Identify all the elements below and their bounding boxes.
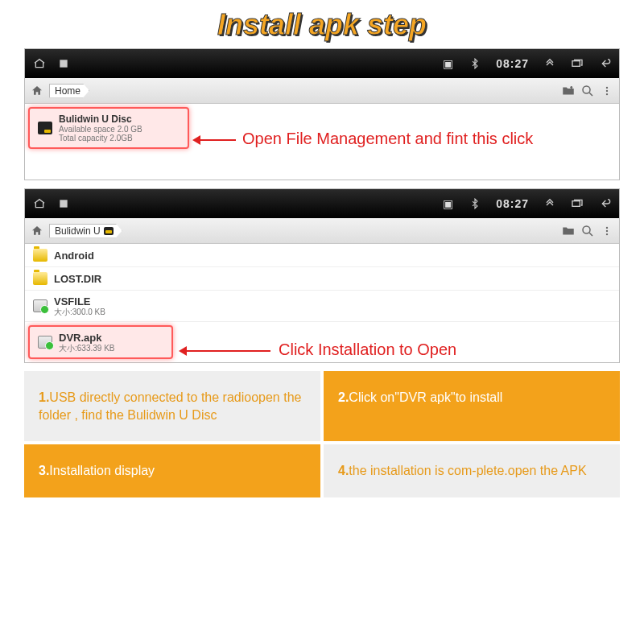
breadcrumb[interactable]: Home <box>49 84 89 98</box>
apk-icon <box>38 336 52 349</box>
overflow-icon[interactable] <box>600 224 614 238</box>
overflow-icon[interactable] <box>600 84 614 98</box>
storage-name: Bulidwin U Disc <box>59 114 142 125</box>
step-num: 2. <box>338 390 349 404</box>
file-size: 大小:300.0 KB <box>54 308 105 316</box>
file-dvr-apk[interactable]: DVR.apk 大小:633.39 KB <box>28 325 173 359</box>
svg-point-2 <box>583 86 590 93</box>
file-name: DVR.apk <box>59 332 114 344</box>
page-title: Install apk step <box>24 8 620 42</box>
chevron-up-icon[interactable] <box>543 57 556 70</box>
breadcrumb-label: Bulidwin U <box>55 225 101 237</box>
recent-apps-icon[interactable] <box>571 197 584 210</box>
search-icon[interactable] <box>580 84 595 98</box>
sdcard-icon <box>38 122 52 134</box>
step-4: 4.the installation is com-plete.open the… <box>324 444 620 497</box>
step-num: 3. <box>39 464 49 477</box>
toolbar: Home <box>25 78 619 104</box>
home-icon[interactable] <box>30 84 44 98</box>
breadcrumb[interactable]: Bulidwin U <box>49 224 122 238</box>
svg-rect-6 <box>60 200 67 207</box>
storage-capacity: Total capacity 2.0GB <box>59 134 142 142</box>
toolbar: Bulidwin U <box>25 218 619 244</box>
steps-grid: 1.USB directly connected to the radioope… <box>24 371 620 497</box>
svg-rect-7 <box>572 201 580 207</box>
svg-rect-0 <box>60 60 67 67</box>
status-bar: ▣ 08:27 <box>25 189 619 218</box>
annotation-click-install: Click Installation to Open <box>279 341 456 359</box>
step-text: USB directly connected to the radioopen … <box>39 390 301 422</box>
sdcard-icon <box>104 227 114 235</box>
stop-icon[interactable] <box>57 57 70 70</box>
svg-rect-1 <box>572 61 580 67</box>
storage-available: Available space 2.0 GB <box>59 125 142 134</box>
file-name: Android <box>54 250 94 262</box>
svg-point-8 <box>583 226 590 233</box>
panel-folder: ▣ 08:27 Bulidwin U Android LOST.DIR <box>24 188 620 363</box>
stop-icon[interactable] <box>57 197 70 210</box>
file-icon <box>33 299 47 312</box>
cast-icon: ▣ <box>441 57 454 70</box>
new-folder-icon[interactable] <box>561 84 576 98</box>
step-2: 2.Click on"DVR apk"to install <box>324 371 620 441</box>
svg-point-10 <box>606 229 608 231</box>
back-icon[interactable] <box>598 57 611 70</box>
step-text: Installation display <box>49 464 155 477</box>
bluetooth-icon <box>469 197 481 210</box>
svg-point-4 <box>606 89 608 91</box>
step-text: the installation is com-plete.open the A… <box>349 464 586 477</box>
annotation-open-file-mgmt: Open File Management and fint this click <box>242 130 533 148</box>
svg-point-5 <box>606 93 608 94</box>
svg-point-3 <box>606 86 608 88</box>
clock: 08:27 <box>496 57 529 70</box>
home-outline-icon[interactable] <box>33 57 46 70</box>
home-outline-icon[interactable] <box>33 197 46 210</box>
clock: 08:27 <box>496 197 529 210</box>
file-size: 大小:633.39 KB <box>59 344 114 353</box>
step-1: 1.USB directly connected to the radioope… <box>24 371 320 441</box>
folder-icon <box>33 272 47 285</box>
step-text: Click on"DVR apk"to install <box>349 390 502 404</box>
file-name: VSFILE <box>54 295 105 308</box>
status-bar: ▣ 08:27 <box>25 49 619 78</box>
recent-apps-icon[interactable] <box>571 57 584 70</box>
svg-point-9 <box>606 226 608 228</box>
panel-home: ▣ 08:27 Home Bulidwin U Disc Available s… <box>24 48 620 180</box>
folder-lostdir[interactable]: LOST.DIR <box>25 267 619 291</box>
folder-android[interactable]: Android <box>25 244 619 267</box>
folder-icon <box>33 249 47 262</box>
storage-item-udisc[interactable]: Bulidwin U Disc Available space 2.0 GB T… <box>28 107 189 149</box>
back-icon[interactable] <box>598 197 611 210</box>
search-icon[interactable] <box>580 224 595 238</box>
cast-icon: ▣ <box>441 197 454 210</box>
file-vsfile[interactable]: VSFILE 大小:300.0 KB <box>25 291 619 322</box>
step-3: 3.Installation display <box>24 444 320 497</box>
svg-point-11 <box>606 233 608 234</box>
step-num: 1. <box>39 390 49 404</box>
file-name: LOST.DIR <box>54 273 101 285</box>
bluetooth-icon <box>469 57 481 70</box>
breadcrumb-label: Home <box>55 85 80 97</box>
step-num: 4. <box>338 464 349 477</box>
home-icon[interactable] <box>30 224 44 238</box>
chevron-up-icon[interactable] <box>543 197 556 210</box>
new-folder-icon[interactable] <box>561 224 576 238</box>
